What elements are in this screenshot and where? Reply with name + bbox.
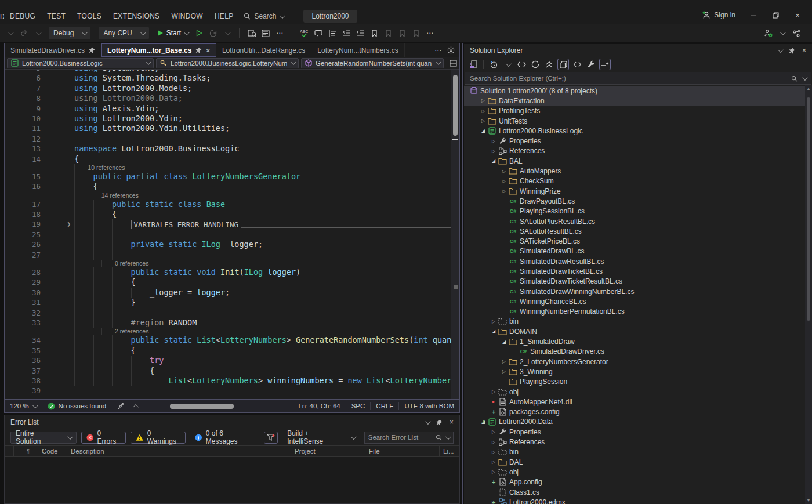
expand-icon[interactable]: ▷ — [490, 429, 498, 434]
tree-item-simulateddrawresultbl-cs[interactable]: C#SimulatedDrawResultBL.cs — [464, 256, 812, 266]
editor-tab[interactable]: LottronUtili...DateRange.cs — [216, 43, 311, 57]
hot-reload-chevron-icon[interactable] — [220, 27, 233, 39]
expand-icon[interactable]: ▷ — [490, 440, 498, 445]
tree-item-automapper-net4-dll[interactable]: ●AutoMapper.Net4.dll — [464, 397, 812, 407]
tree-item-obj[interactable]: ▷obj — [464, 387, 812, 397]
tree-item-references[interactable]: ▷References — [464, 437, 812, 447]
errors-filter-button[interactable]: 0 Errors — [81, 432, 126, 444]
start-without-debugging-icon[interactable] — [193, 27, 205, 39]
panel-splitter[interactable] — [462, 43, 463, 504]
code-line[interactable]: 11using Lottron2000.Ydin.Utilities; — [5, 124, 451, 133]
code-line[interactable]: 17public static class Base — [5, 200, 451, 209]
tree-item-lottron2000-data[interactable]: ◢+Lottron2000.Data — [464, 417, 812, 427]
editor-vertical-scrollbar[interactable] — [451, 70, 459, 399]
tree-item-drawpayoutbl-cs[interactable]: C#DrawPayoutBL.cs — [464, 196, 812, 206]
scrollbar-thumb[interactable] — [807, 97, 810, 321]
close-icon[interactable]: × — [449, 418, 454, 426]
warnings-filter-button[interactable]: 0 Warnings — [130, 432, 186, 444]
error-list-search[interactable]: Search Error List — [364, 432, 454, 444]
send-feedback-icon[interactable] — [790, 27, 803, 39]
collapsed-region-line[interactable]: 19❯VARIBALES ERROR HANDLING — [5, 219, 451, 229]
code-line[interactable]: 25 — [5, 230, 451, 240]
filter-button[interactable] — [264, 432, 278, 444]
sign-in-button[interactable]: Sign in — [697, 9, 741, 21]
code-line[interactable]: 29{ — [5, 277, 451, 287]
redo-chevron-icon[interactable] — [31, 27, 44, 39]
pin-icon[interactable] — [89, 47, 95, 53]
code-line[interactable]: 9using Alexis.Ydin; — [5, 104, 451, 114]
panel-options-chevron-icon[interactable] — [778, 47, 784, 53]
code-line[interactable]: 35{ — [5, 346, 451, 356]
pin-icon[interactable] — [789, 48, 795, 54]
code-line[interactable]: 18{ — [5, 209, 451, 219]
expand-icon[interactable]: ▷ — [479, 98, 487, 103]
column-header-file[interactable]: File — [365, 446, 440, 456]
encoding-indicator[interactable]: UTF-8 with BOM — [399, 400, 459, 412]
tree-item-unittests[interactable]: ▷UnitTests — [464, 116, 812, 126]
hot-reload-icon[interactable] — [206, 27, 219, 39]
toolbar-overflow-icon[interactable]: ⋯ — [273, 27, 286, 39]
error-scope-dropdown[interactable]: Entire Solution — [10, 432, 77, 444]
tree-item-bin[interactable]: ▷bin — [464, 317, 812, 327]
expand-icon[interactable]: ▷ — [490, 148, 498, 154]
tree-item-app-config[interactable]: +App.config — [464, 477, 812, 487]
expand-icon[interactable]: ▷ — [479, 118, 487, 124]
tab-overflow-icon[interactable]: ⋯ — [434, 46, 441, 55]
tree-item-simulateddrawdriver-cs[interactable]: C#SimulatedDrawDriver.cs — [464, 347, 812, 357]
expand-icon[interactable]: ▷ — [500, 179, 508, 184]
zoom-dropdown[interactable]: 120 % — [5, 400, 42, 412]
tree-item-winningprize[interactable]: ▷WinningPrize — [464, 186, 812, 196]
code-line[interactable]: 32 — [5, 308, 451, 318]
pin-icon[interactable] — [195, 47, 202, 53]
column-header-description[interactable]: Description — [67, 446, 291, 456]
tree-item-solution-lottron2000-8-of-8-projects[interactable]: Solution 'Lottron2000' (8 of 8 projects) — [464, 86, 812, 96]
minimize-button[interactable]: ─ — [744, 8, 763, 23]
properties-icon[interactable] — [585, 59, 597, 70]
codelens-references[interactable]: 14 references — [5, 192, 451, 200]
split-editor-icon[interactable] — [449, 60, 457, 67]
code-cleanup-icon[interactable] — [111, 400, 129, 412]
code-line[interactable]: 13namespace Lottron2000.BusinessLogic — [5, 144, 451, 154]
tree-item-lottron2000-edmx[interactable]: ▷+Lottron2000.edmx — [464, 497, 812, 504]
tree-item-2-lotterynumbersgenerator[interactable]: ▷2_LotteryNumbersGenerator — [464, 357, 812, 367]
editor-horizontal-scrollbar[interactable] — [170, 404, 234, 409]
expand-icon[interactable]: ▷ — [490, 319, 498, 324]
fold-chevron-icon[interactable]: ❯ — [67, 219, 71, 229]
tree-item-checksum[interactable]: ▷CheckSum — [464, 176, 812, 186]
messages-filter-button[interactable]: 0 of 6 Messages — [190, 432, 259, 444]
code-line[interactable]: 28public static void Init(ILog logger) — [5, 267, 451, 277]
menu-item-debug[interactable]: DEBUG — [4, 10, 41, 23]
bookmarks-overflow-icon[interactable]: ⋯ — [423, 27, 436, 39]
menu-item-extensions[interactable]: EXTENSIONS — [107, 10, 165, 23]
menu-item-test[interactable]: TEST — [41, 10, 71, 23]
code-line[interactable]: 10using Lottron2000.Ydin; — [5, 114, 451, 124]
toggle-comment-icon[interactable] — [312, 27, 325, 39]
tree-item-lottron2000-businesslogic[interactable]: ◢Lottron2000.BusinessLogic — [464, 126, 812, 136]
navbar-dropdown-type[interactable]: Lottron2000.BusinessLogic.LotteryNumbe — [156, 58, 299, 68]
show-all-files-icon[interactable] — [557, 59, 569, 70]
live-share-icon[interactable] — [762, 27, 774, 39]
indent-decrease-icon[interactable] — [340, 27, 353, 39]
code-editor[interactable]: 5using System.Text;6using System.Threadi… — [5, 70, 459, 399]
column-header-li[interactable]: Li... — [440, 446, 459, 456]
comment-lines-icon[interactable] — [326, 27, 339, 39]
tree-item-class1-cs[interactable]: Class1.cs — [464, 487, 812, 497]
tree-item-profilingtests[interactable]: ▷ProfilingTests — [464, 106, 812, 116]
tree-item-winningnumberpermutationbl-cs[interactable]: C#WinningNumberPermutationBL.cs — [464, 307, 812, 317]
code-line[interactable]: 12 — [5, 134, 451, 144]
code-line[interactable]: 33#region RANDOM — [5, 318, 451, 328]
close-icon[interactable]: × — [802, 46, 806, 55]
clear-bookmarks-icon[interactable] — [409, 27, 422, 39]
collapse-icon[interactable]: ◢ — [479, 128, 487, 133]
code-line[interactable]: 37{ — [5, 366, 451, 376]
navbar-dropdown-project[interactable]: Lottron2000.BusinessLogic — [7, 58, 154, 68]
column-header[interactable] — [5, 446, 14, 456]
live-share-chevron-icon[interactable] — [780, 30, 786, 35]
editor-tab[interactable]: SimulatedDrawDriver.cs — [5, 43, 102, 57]
expand-icon[interactable]: ▷ — [490, 389, 498, 394]
eol-indicator[interactable]: CRLF — [371, 400, 398, 412]
code-line[interactable]: 27 — [5, 250, 451, 260]
tree-item-obj[interactable]: ▷obj — [464, 467, 812, 477]
navbar-dropdown-member[interactable]: GenerateRandomNumberSets(int quantity — [301, 58, 444, 68]
document-outline-icon[interactable] — [259, 27, 272, 39]
